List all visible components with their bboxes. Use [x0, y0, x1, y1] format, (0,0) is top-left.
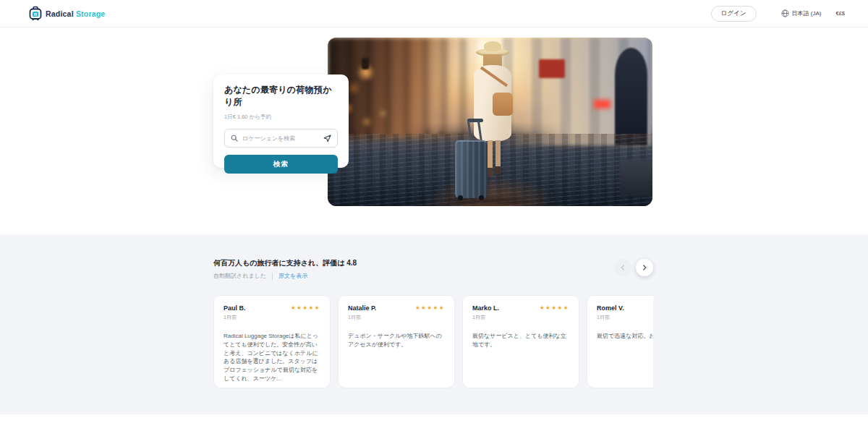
- auto-translated-label: 自動翻訳されました: [213, 272, 266, 280]
- logo-word-storage: Storage: [76, 9, 106, 18]
- reviewer-name: Marko L.: [472, 304, 499, 312]
- star-rating: ★★★★★: [415, 304, 445, 311]
- logo-text: Radical Storage: [46, 9, 105, 18]
- review-card: Paul B. ★★★★★ 1日前 Radical Luggage Storag…: [213, 295, 331, 388]
- reviews-title: 何百万人もの旅行者に支持され、評価は 4.8: [213, 258, 357, 268]
- reviews-inner: 何百万人もの旅行者に支持され、評価は 4.8 自動翻訳されました 原文を表示: [213, 234, 653, 414]
- suitcase-logo-icon: R: [29, 6, 42, 21]
- location-search-field[interactable]: [224, 129, 338, 148]
- language-label: 日本語 (JA): [792, 9, 822, 17]
- review-text: デュポン・サークルや地下鉄駅へのアクセスが便利です。: [348, 332, 445, 349]
- review-text: 親切で迅速な対応。おすすめ: [597, 332, 653, 341]
- review-time: 1日前: [224, 314, 320, 321]
- subrow-divider: [272, 273, 273, 280]
- hero-art-stairs: [620, 159, 652, 196]
- reviews-carousel-track: Paul B. ★★★★★ 1日前 Radical Luggage Storag…: [213, 295, 653, 388]
- reviewer-name: Natalie P.: [348, 304, 376, 312]
- reviews-carousel-viewport: Paul B. ★★★★★ 1日前 Radical Luggage Storag…: [213, 295, 653, 393]
- review-card-header: Marko L. ★★★★★: [472, 304, 569, 312]
- review-card: Marko L. ★★★★★ 1日前 親切なサービスと、とても便利な立地です。: [462, 295, 579, 388]
- suitcase-body: [455, 140, 488, 198]
- reviewer-name: Paul B.: [224, 304, 246, 312]
- review-time: 1日前: [348, 314, 445, 321]
- carousel-prev-button[interactable]: [614, 259, 631, 276]
- search-card-title: あなたの最寄りの荷物預かり所: [224, 84, 338, 108]
- review-time: 1日前: [597, 314, 653, 321]
- show-original-link[interactable]: 原文を表示: [278, 272, 307, 280]
- logo[interactable]: R Radical Storage: [29, 6, 105, 21]
- hero-image: [328, 38, 652, 206]
- suitcase-wheel: [479, 195, 484, 200]
- woman-bag: [493, 93, 513, 116]
- geolocate-icon[interactable]: [323, 135, 331, 142]
- review-card-header: Romel V. ★★★★★: [597, 304, 653, 312]
- reviewer-name: Romel V.: [597, 304, 624, 312]
- reviews-section: 何百万人もの旅行者に支持され、評価は 4.8 自動翻訳されました 原文を表示: [0, 234, 868, 414]
- search-icon: [231, 135, 238, 142]
- review-text: 親切なサービスと、とても便利な立地です。: [472, 332, 569, 349]
- search-card-subtitle: 1日€ 1.60 から予約: [224, 114, 338, 121]
- hero-section: あなたの最寄りの荷物預かり所 1日€ 1.60 から予約 検索: [0, 27, 868, 234]
- svg-text:R: R: [34, 12, 38, 17]
- location-search-input[interactable]: [242, 135, 319, 142]
- search-card: あなたの最寄りの荷物預かり所 1日€ 1.60 から予約 検索: [213, 74, 349, 168]
- suitcase-handle-grip: [467, 119, 483, 122]
- woman-hat-crown: [484, 41, 501, 51]
- login-button[interactable]: ログイン: [711, 6, 757, 22]
- suitcase-wheel: [458, 195, 463, 200]
- review-card: Natalie P. ★★★★★ 1日前 デュポン・サークルや地下鉄駅へのアクセ…: [338, 295, 455, 388]
- search-button[interactable]: 検索: [224, 155, 338, 174]
- language-selector[interactable]: 日本語 (JA): [781, 9, 822, 17]
- review-card-header: Natalie P. ★★★★★: [348, 304, 445, 312]
- review-text: Radical Luggage Storageは私にとってとても便利でした。安全…: [224, 332, 320, 383]
- logo-word-radical: Radical: [46, 9, 74, 18]
- globe-icon: [781, 9, 789, 17]
- review-time: 1日前: [472, 314, 569, 321]
- woman-boot: [495, 166, 501, 174]
- review-card: Romel V. ★★★★★ 1日前 親切で迅速な対応。おすすめ: [587, 295, 653, 388]
- reviews-subrow: 自動翻訳されました 原文を表示: [213, 272, 307, 280]
- chevron-left-icon: [620, 265, 626, 270]
- top-bar: R Radical Storage ログイン 日本語 (JA) €£$: [0, 0, 868, 27]
- carousel-next-button[interactable]: [636, 259, 653, 276]
- currency-selector[interactable]: €£$: [835, 10, 845, 17]
- review-card-header: Paul B. ★★★★★: [224, 304, 320, 312]
- chevron-right-icon: [642, 265, 647, 270]
- star-rating: ★★★★★: [540, 304, 569, 311]
- star-rating: ★★★★★: [291, 304, 320, 311]
- carousel-nav: [614, 259, 653, 276]
